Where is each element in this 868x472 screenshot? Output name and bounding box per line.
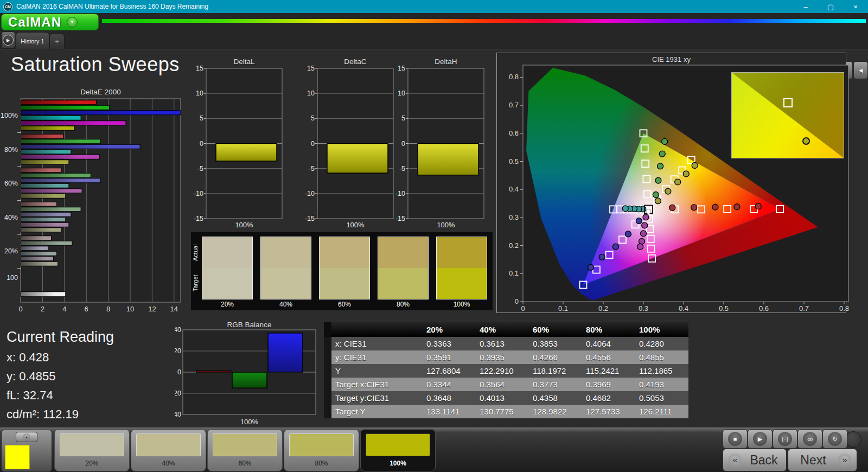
add-tab-button[interactable]: + (49, 34, 65, 49)
svg-text:0.7: 0.7 (509, 101, 519, 109)
svg-text:-40: -40 (175, 411, 181, 418)
current-pattern-swatch[interactable] (5, 445, 30, 469)
svg-text:40%: 40% (4, 214, 18, 221)
calman-window: CM CalMAN 2016 CalMAN Ultimate for Busin… (0, 0, 868, 472)
table-row-label: Target x:CIE31 (331, 378, 423, 391)
swatch-label: 40% (260, 301, 311, 308)
tab-history-1[interactable]: History 1 (16, 32, 49, 49)
play-button[interactable]: ▶ (748, 429, 773, 449)
level-label: 80% (284, 460, 359, 467)
triangle-left-icon: ◀ (859, 67, 863, 73)
target-swatch (202, 268, 252, 299)
table-header-40%: 40% (476, 322, 529, 337)
saturation-level-button-60%[interactable]: 60% (207, 429, 283, 471)
table-cell: 0.3969 (582, 378, 635, 391)
svg-text:-5: -5 (197, 165, 203, 173)
svg-text:5: 5 (311, 114, 315, 122)
table-row-label: Y (331, 364, 423, 378)
svg-text:0.4: 0.4 (679, 304, 688, 311)
record-indicator-icon (845, 431, 861, 448)
step-button[interactable]: [··] (773, 429, 797, 449)
restore-button[interactable]: ▢ (818, 0, 843, 13)
table-cell: 127.6804 (423, 364, 476, 378)
saturation-level-button-100%[interactable]: 100% (360, 429, 436, 471)
cie-measured-blue (588, 264, 594, 270)
chevron-down-icon[interactable]: ▼ (67, 17, 78, 28)
table-header-80%: 80% (582, 322, 635, 337)
cie-measured-yellow (692, 162, 698, 168)
svg-text:2: 2 (41, 305, 44, 313)
svg-text:15: 15 (307, 65, 315, 72)
saturation-level-button-80%[interactable]: 80% (284, 429, 359, 471)
calman-logo-button[interactable]: CalMAN ▼ (1, 14, 99, 30)
svg-text:100%: 100% (1, 112, 18, 119)
target-swatch (261, 268, 311, 299)
actual-swatch (320, 237, 369, 268)
table-row: x: CIE310.33630.36130.38530.40640.4280 (324, 337, 688, 350)
swatch-20% (202, 237, 253, 299)
chevron-right-icon: » (838, 454, 851, 467)
cie-measured-blue (612, 244, 618, 250)
svg-text:100%: 100% (240, 418, 259, 426)
svg-text:0.2: 0.2 (598, 304, 608, 311)
cie-measured-green (655, 177, 661, 183)
table-cell: 118.1972 (529, 364, 582, 378)
svg-text:8: 8 (106, 305, 110, 313)
next-button-label: Next (788, 453, 838, 468)
cie-measured-yellow (655, 198, 661, 204)
pattern-panel-expand-button[interactable]: ▲ (16, 432, 37, 442)
layout-nav-button[interactable]: ▶ (1, 31, 15, 49)
svg-text:0: 0 (311, 140, 315, 148)
svg-text:-10: -10 (305, 190, 315, 197)
svg-text:RGB Balance: RGB Balance (227, 321, 272, 329)
svg-text:15: 15 (398, 65, 405, 72)
target-swatch (320, 268, 369, 299)
svg-text:0: 0 (521, 304, 525, 311)
loop-button[interactable]: ∞ (797, 429, 822, 449)
svg-text:100%: 100% (235, 221, 253, 229)
cie-inset-gamut-region (732, 73, 844, 158)
refresh-button[interactable]: ↻ (822, 429, 847, 449)
svg-text:60%: 60% (4, 180, 18, 187)
svg-text:0.3: 0.3 (639, 304, 648, 311)
measurement-table: 20%40%60%80%100%x: CIE310.33630.36130.38… (324, 322, 688, 418)
svg-text:-5: -5 (309, 165, 315, 173)
cie-measured-magenta (637, 244, 643, 250)
next-button[interactable]: Next » (788, 449, 857, 471)
close-button[interactable]: × (843, 0, 868, 13)
svg-text:DeltaE 2000: DeltaE 2000 (80, 88, 120, 96)
svg-text:0.7: 0.7 (799, 304, 809, 311)
minimize-button[interactable]: – (793, 0, 818, 13)
table-row-label: y: CIE31 (331, 350, 423, 364)
table-header-100%: 100% (635, 322, 688, 337)
table-row: y: CIE310.35910.39350.42660.45560.4855 (324, 350, 688, 364)
cie-measured-green (658, 163, 663, 169)
window-title: CalMAN 2016 CalMAN Ultimate for Business… (16, 3, 208, 10)
table-cell: 0.4266 (529, 350, 582, 364)
cie-measured-green (653, 192, 659, 198)
cie-measured-green (659, 151, 665, 157)
page-title: Saturation Sweeps (11, 53, 180, 76)
calman-logo-text: CalMAN (8, 15, 61, 30)
svg-text:0: 0 (515, 297, 519, 305)
level-label: 100% (361, 460, 435, 467)
step-icon: [··] (778, 432, 792, 446)
deltac-chart: DeltaC151050-5-10-15100% (299, 56, 399, 230)
svg-text:0.5: 0.5 (719, 304, 729, 311)
table-cell: 0.4556 (582, 350, 635, 364)
cie-measured-magenta (641, 231, 647, 237)
svg-text:0.6: 0.6 (509, 129, 519, 137)
current-reading-x: x: 0.428 (7, 350, 49, 365)
collapse-panel-button[interactable]: ◀ (853, 61, 868, 79)
deltal-chart: DeltaL151050-5-10-15100% (188, 56, 288, 230)
table-cell: 128.9822 (529, 405, 582, 418)
stop-button[interactable]: ■ (723, 429, 748, 449)
saturation-level-button-40%[interactable]: 40% (131, 429, 206, 471)
table-cell: 0.5053 (635, 391, 688, 405)
svg-text:0: 0 (401, 140, 405, 148)
back-button[interactable]: « Back (723, 449, 787, 471)
svg-text:-15: -15 (395, 215, 405, 222)
actual-swatch (437, 237, 487, 268)
cie-measured-yellow (683, 171, 689, 177)
saturation-level-button-20%[interactable]: 20% (54, 429, 130, 471)
